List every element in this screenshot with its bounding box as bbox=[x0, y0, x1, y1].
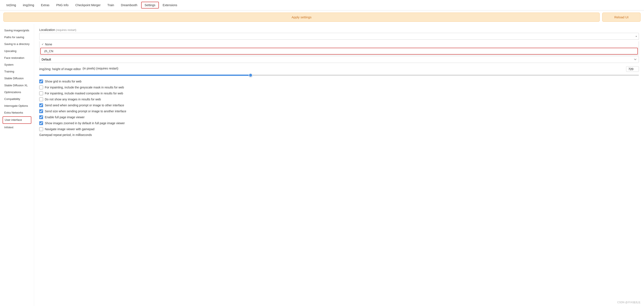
option-none-label: None bbox=[45, 43, 52, 46]
sidebar-item-face-restoration[interactable]: Face restoration bbox=[2, 55, 31, 61]
main-layout: Saving images/grids Paths for saving Sav… bbox=[0, 24, 644, 306]
top-navigation: txt2img img2img Extras PNG Info Checkpoi… bbox=[0, 0, 644, 10]
sidebar-item-saving-images-grids[interactable]: Saving images/grids bbox=[2, 27, 31, 34]
settings-content: Localization (requires restart) ▾ ✓ None… bbox=[34, 24, 644, 306]
sidebar-item-stable-diffusion[interactable]: Stable Diffusion bbox=[2, 75, 31, 82]
tab-train[interactable]: Train bbox=[104, 2, 117, 8]
slider-section: img2img: height of image editor (in pixe… bbox=[39, 66, 639, 76]
checkbox-include-masked-composite-label: For inpainting, include masked composite… bbox=[45, 92, 123, 95]
checkbox-include-greyscale-label: For inpainting, include the greyscale ma… bbox=[45, 86, 124, 89]
sidebar-item-user-interface[interactable]: User interface bbox=[2, 116, 31, 124]
checkbox-navigate-gamepad[interactable] bbox=[39, 127, 43, 131]
checkbox-row-navigate-gamepad: Navigate image viewer with gamepad bbox=[39, 127, 639, 131]
tab-checkpoint-merger[interactable]: Checkpoint Merger bbox=[72, 2, 104, 8]
checkbox-do-not-show-images-label: Do not show any images in results for we… bbox=[45, 98, 101, 101]
localization-option-none[interactable]: ✓ None bbox=[40, 41, 639, 47]
slider-value-input[interactable] bbox=[626, 66, 639, 72]
tab-extensions[interactable]: Extensions bbox=[160, 2, 180, 8]
localization-label-text: Localization bbox=[39, 28, 55, 31]
default-dropdown[interactable]: Default bbox=[39, 56, 639, 63]
tab-extras[interactable]: Extras bbox=[38, 2, 52, 8]
sidebar-item-compatibility[interactable]: Compatibility bbox=[2, 96, 31, 102]
checkbox-show-grid[interactable] bbox=[39, 79, 43, 83]
sidebar-item-stable-diffusion-xl[interactable]: Stable Diffusion XL bbox=[2, 82, 31, 89]
sidebar-item-paths-for-saving[interactable]: Paths for saving bbox=[2, 34, 31, 40]
checkbox-show-images-zoomed-label: Show images zoomed in by default in full… bbox=[45, 121, 125, 125]
footer-watermark: CSDN @不叫猫先生 bbox=[617, 301, 640, 304]
gamepad-period-label: Gamepad repeat period, in milliseconds bbox=[39, 133, 639, 137]
localization-dropdown-container: ▾ bbox=[39, 33, 639, 40]
sidebar-item-training[interactable]: Training bbox=[2, 68, 31, 75]
check-icon: ✓ bbox=[42, 43, 44, 46]
checkbox-row-include-masked-composite: For inpainting, include masked composite… bbox=[39, 91, 639, 95]
tab-png-info[interactable]: PNG Info bbox=[53, 2, 72, 8]
sidebar-item-upscaling[interactable]: Upscaling bbox=[2, 48, 31, 54]
tab-settings[interactable]: Settings bbox=[141, 2, 159, 8]
checkbox-enable-full-page-label: Enable full page image viewer bbox=[45, 115, 85, 119]
checkbox-row-do-not-show-images: Do not show any images in results for we… bbox=[39, 97, 639, 101]
checkbox-send-seed[interactable] bbox=[39, 103, 43, 107]
checkboxes-section: Show grid in results for web For inpaint… bbox=[39, 79, 639, 131]
tab-dreambooth[interactable]: Dreambooth bbox=[118, 2, 140, 8]
checkbox-row-send-size: Send size when sending prompt or image t… bbox=[39, 109, 639, 113]
checkbox-row-show-images-zoomed: Show images zoomed in by default in full… bbox=[39, 121, 639, 125]
checkbox-show-grid-label: Show grid in results for web bbox=[45, 80, 82, 83]
checkbox-row-include-greyscale: For inpainting, include the greyscale ma… bbox=[39, 85, 639, 89]
checkbox-navigate-gamepad-label: Navigate image viewer with gamepad bbox=[45, 127, 94, 131]
checkbox-send-size[interactable] bbox=[39, 109, 43, 113]
localization-label: Localization (requires restart) bbox=[39, 28, 639, 31]
slider-note: (in pixels) (requires restart) bbox=[82, 67, 118, 70]
localization-input[interactable] bbox=[39, 33, 639, 40]
checkbox-enable-full-page[interactable] bbox=[39, 115, 43, 119]
tab-txt2img[interactable]: txt2img bbox=[4, 2, 19, 8]
localization-dropdown-arrow-icon: ▾ bbox=[636, 35, 637, 37]
checkbox-do-not-show-images[interactable] bbox=[39, 97, 43, 101]
localization-note: (requires restart) bbox=[56, 28, 76, 31]
checkbox-send-seed-label: Send seed when sending prompt or image t… bbox=[45, 104, 124, 107]
checkbox-row-enable-full-page: Enable full page image viewer bbox=[39, 115, 639, 119]
localization-dropdown-list: ✓ None zh_CN bbox=[39, 41, 639, 55]
apply-settings-button[interactable]: Apply settings bbox=[4, 12, 600, 22]
checkbox-include-masked-composite[interactable] bbox=[39, 91, 43, 95]
option-zh-cn-label: zh_CN bbox=[44, 49, 53, 53]
tab-img2img[interactable]: img2img bbox=[20, 2, 37, 8]
checkbox-send-size-label: Send size when sending prompt or image t… bbox=[45, 109, 126, 113]
reload-ui-button[interactable]: Reload UI bbox=[602, 12, 640, 22]
sidebar-item-extra-networks[interactable]: Extra Networks bbox=[2, 109, 31, 116]
sidebar: Saving images/grids Paths for saving Sav… bbox=[0, 24, 34, 306]
slider-label-text: img2img: height of image editor bbox=[39, 67, 81, 71]
localization-option-zh-cn[interactable]: zh_CN bbox=[40, 48, 638, 54]
sidebar-item-saving-to-directory[interactable]: Saving to a directory bbox=[2, 41, 31, 47]
sidebar-item-optimizations[interactable]: Optimizations bbox=[2, 89, 31, 95]
checkbox-row-send-seed: Send seed when sending prompt or image t… bbox=[39, 103, 639, 107]
sidebar-item-system[interactable]: System bbox=[2, 62, 31, 68]
slider-control[interactable] bbox=[39, 75, 639, 76]
default-dropdown-wrapper: Default bbox=[39, 56, 639, 63]
sidebar-item-infotext[interactable]: Infotext bbox=[2, 124, 31, 131]
checkbox-row-show-grid: Show grid in results for web bbox=[39, 79, 639, 83]
sidebar-item-interrogate-options[interactable]: Interrogate Options bbox=[2, 103, 31, 109]
checkbox-show-images-zoomed[interactable] bbox=[39, 121, 43, 125]
action-bar: Apply settings Reload UI bbox=[0, 10, 644, 24]
checkbox-include-greyscale[interactable] bbox=[39, 85, 43, 89]
